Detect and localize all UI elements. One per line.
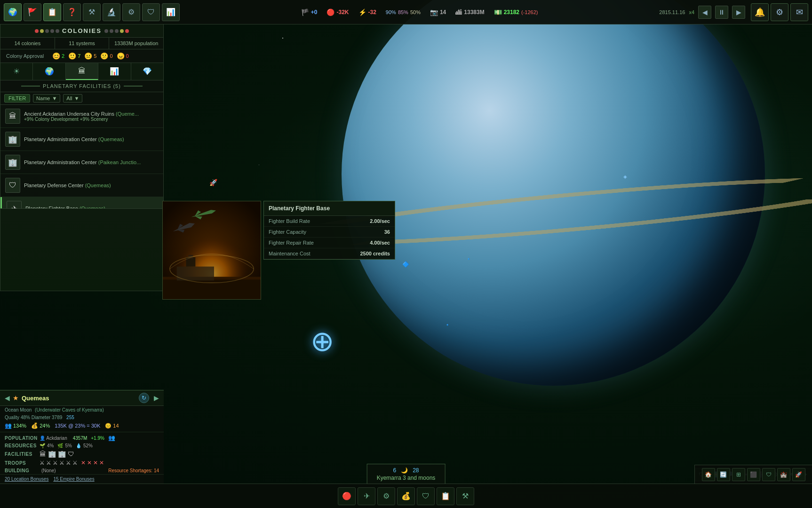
bb-defense-btn[interactable]: 🛡 [417,487,435,505]
face-happy: 😊 [52,52,60,60]
energy-icon: ⚡ [358,8,366,16]
money-icon: 💰 [31,422,38,429]
game-speed: x4 [689,9,694,15]
colony-next-arrow[interactable]: ▶ [154,394,159,402]
colony-panel: COLONIES 14 colonies 11 systems 13383M p… [0,24,164,291]
toolbar-btn-stats[interactable]: 📊 [162,3,180,21]
stat-shield: 90% 85% 50% [386,9,421,15]
colonies-tab[interactable]: 14 colonies [0,38,55,49]
stat-approval-face: 😐 14 [105,423,119,429]
empire-bonuses[interactable]: 15 Empire Bonuses [53,476,94,482]
bb-alert-btn[interactable]: 🔴 [338,487,356,505]
location-bonuses[interactable]: 20 Location Bonuses [5,476,48,482]
ship-2[interactable]: 🔷 [402,261,409,268]
colony-prev-arrow[interactable]: ◀ [5,394,10,402]
nav-next-btn[interactable]: ▶ [732,6,745,19]
facility-item-fighter-base[interactable]: ✈ Planetary Fighter Base (Quemeas) [0,197,163,208]
bb-fleet-btn[interactable]: ⚙ [377,487,395,505]
minimap2-btn-2[interactable]: 🔄 [717,468,730,481]
mail-btn[interactable]: ✉ [790,3,808,21]
facility-name-defense: Planetary Defense Center (Quemeas) [24,183,159,188]
dot-gray-6 [115,29,119,33]
building-label: BUILDING [5,468,38,473]
minimap2-btn-4[interactable]: ⬛ [747,468,760,481]
facility-icon-1: 🏛 [40,450,46,458]
pf-deco-right [124,86,143,87]
facilities-header: PLANETARY FACILITIES (5) [0,80,163,92]
facility-info-ruins: Ancient Ackdarian Undersea City Ruins (Q… [24,111,159,122]
facility-item-admin1[interactable]: 🏢 Planetary Administration Center (Queme… [0,128,163,151]
bottom-tooltip: 6 🌙 28 Kyemarra 3 and moons [367,464,446,484]
approval-item-1: 😊 2 [52,52,64,60]
minimap2-btn-7[interactable]: 🚀 [792,468,805,481]
face-unhappy: 😕 [100,52,108,60]
troop-6: ⚔ [72,460,78,466]
facility-image [162,201,261,300]
building-val: (None) [41,468,56,473]
troop-enemy-4: ✕ [99,460,104,466]
minimap2-btn-5[interactable]: 🛡 [762,468,775,481]
dot-yellow-2 [120,29,124,33]
toolbar-btn-colonies[interactable]: 📋 [43,3,61,21]
facility-item-ruins[interactable]: 🏛 Ancient Ackdarian Undersea City Ruins … [0,105,163,128]
toolbar-btn-settings[interactable]: ⚙ [122,3,140,21]
tab-resources[interactable]: 💎 [131,63,163,80]
tab-overview[interactable]: ☀ [0,63,33,80]
toolbar-btn-flag[interactable]: 🚩 [24,3,41,21]
colony-subtitle: Ocean Moon (Underwater Caves of Kyemarra… [0,406,164,414]
filter-all-dropdown[interactable]: All ▼ [63,94,82,103]
bb-diplomacy-btn[interactable]: 📋 [437,487,454,505]
shortages-val: Resource Shortages: 14 [108,468,159,473]
facility-item-defense[interactable]: 🛡 Planetary Defense Center (Quemeas) [0,174,163,197]
res3-val: 52% [83,443,93,448]
tab-planet[interactable]: 🌍 [33,63,65,80]
toolbar-btn-research[interactable]: 🔬 [103,3,120,21]
facility-info-defense: Planetary Defense Center (Quemeas) [24,183,159,188]
approval-face-val: 14 [113,423,119,429]
dot-gray-3 [56,29,59,33]
ship-4[interactable]: ◈ [623,174,627,179]
toolbar-btn-build[interactable]: ⚒ [83,3,101,21]
colony-subtitle-text: (Underwater Caves of Kyemarra) [35,407,104,413]
filter-name-dropdown[interactable]: Name ▼ [33,94,60,103]
nav-pause-btn[interactable]: ⏸ [715,6,728,19]
ship-5[interactable]: 🔹 [445,322,450,327]
troop-2: ⚔ [46,460,51,466]
race-name: Ackdarian [46,436,67,441]
nav-prev-btn[interactable]: ◀ [698,6,711,19]
toolbar-btn-defense[interactable]: 🛡 [142,3,160,21]
facility-item-admin2[interactable]: 🏢 Planetary Administration Center (Paike… [0,151,163,174]
notification-btn[interactable]: 🔔 [751,3,769,21]
colony-name: Quemeas [22,395,49,402]
title-dots-left [35,29,59,33]
tooltip-num1: 6 [393,467,396,474]
bb-research-btn[interactable]: ⚒ [456,487,474,505]
tab-facilities[interactable]: 🏛 [66,63,98,80]
approval-count-1: 2 [62,53,64,59]
colony-view-tabs: ☀ 🌍 🏛 📊 💎 [0,63,163,80]
troop-enemy-3: ✕ [93,460,98,466]
tab-charts[interactable]: 📊 [98,63,131,80]
filter-bar: FILTER Name ▼ All ▼ [0,92,163,105]
colony-refresh-btn[interactable]: ↻ [139,393,149,403]
toolbar-btn-help[interactable]: ❓ [63,3,81,21]
population-tab[interactable]: 13383M population [109,38,163,49]
bb-ships-btn[interactable]: ✈ [358,487,375,505]
minimap2-btn-1[interactable]: 🏠 [702,468,715,481]
population-race: 👤 Ackdarian [40,436,67,441]
top-stats: 🏴 +0 🔴 -32K ⚡ -32 90% 85% 50% 📷 14 🏙 133… [182,8,657,16]
minimap2-btn-6[interactable]: 🏰 [777,468,790,481]
res2-icon: 🌿 [57,443,63,448]
ship-3[interactable]: 🔹 [466,256,471,262]
options-btn[interactable]: ⚙ [771,3,788,21]
stat-population: 🏙 13383M [455,8,484,16]
space-station[interactable]: ⊕ [310,325,334,357]
toolbar-btn-map[interactable]: 🌍 [4,3,22,21]
minimap2-btn-3[interactable]: ⊞ [732,468,745,481]
colony-star-icon: ★ [13,394,19,402]
dot-red-1 [35,29,39,33]
bb-economy-btn[interactable]: 💰 [397,487,415,505]
dot-gray-4 [104,29,108,33]
ship-1[interactable]: 🚀 [209,179,217,186]
systems-tab[interactable]: 11 systems [55,38,110,49]
